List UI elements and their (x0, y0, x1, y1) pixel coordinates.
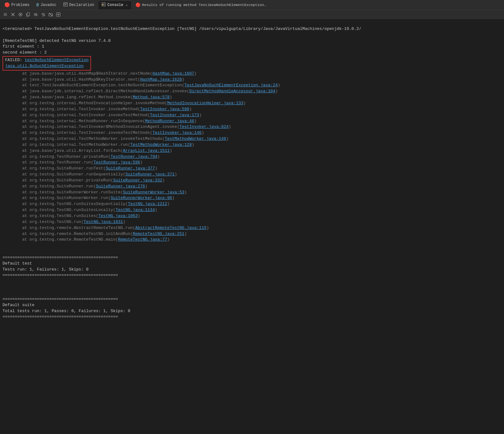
svg-point-10 (20, 14, 21, 15)
tab-results[interactable]: 🔴 Results of running method TestJavaNoSu… (132, 1, 271, 9)
srw-53-link[interactable]: SuiteRunnerWorker.java:53 (123, 190, 184, 195)
separator-1: ========================================… (3, 255, 118, 278)
tng-1031-link[interactable]: TestNG.java:1031 (83, 220, 123, 224)
at-line-14: at java.base/java.util.ArrayList.forEach… (3, 148, 172, 153)
tmw-146-link[interactable]: TestMethodWorker.java:146 (165, 136, 226, 141)
failed-method-link[interactable]: testNoSuchElementException (25, 58, 89, 62)
tab-javadoc[interactable]: @ Javadoc (33, 1, 60, 9)
console-output: <terminated> TestJavaNoSuchElementExcept… (0, 19, 504, 321)
console-header: <terminated> TestJavaNoSuchElementExcept… (3, 26, 361, 31)
failed-block-container: FAILED: testNoSuchElementException java.… (3, 56, 91, 71)
tab-console[interactable]: ▶ Console ✕ (98, 1, 132, 9)
at-line-15: at org.testng.TestRunner.privateRun(Test… (3, 154, 160, 159)
at-line-22: at org.testng.SuiteRunnerWorker.run(Suit… (3, 196, 175, 200)
clear-console-button[interactable] (47, 11, 54, 18)
at-line-6: at org.testng.internal.MethodInvocationH… (3, 101, 246, 106)
testclass-24-link[interactable]: TestJavaNoSuchElementException.java:24 (184, 83, 278, 88)
tab-javadoc-label: Javadoc (40, 3, 56, 7)
console-icon: ▶ (101, 2, 106, 8)
ti-146-link[interactable]: TestInvoker.java:146 (152, 130, 202, 135)
copy-output-button[interactable] (25, 11, 32, 18)
at-line-8: at org.testng.internal.TestInvoker.invok… (3, 113, 202, 117)
console-toolbar (0, 10, 504, 19)
failed-label: FAILED: (5, 58, 25, 62)
tab-problems-label: Problems (11, 3, 30, 7)
at-line-21: at org.testng.SuiteRunnerWorker.runSuite… (3, 190, 187, 195)
declaration-icon (63, 2, 68, 8)
at-line-25: at org.testng.TestNG.runSuites(TestNG.ja… (3, 214, 140, 218)
scroll-lock-button[interactable] (32, 11, 39, 18)
at-line-13: at org.testng.internal.TestMethodWorker.… (3, 142, 194, 147)
tng-1212-link[interactable]: TestNG.java:1212 (128, 202, 167, 206)
at-line-17: at org.testng.SuiteRunner.runTest(SuiteR… (3, 166, 158, 171)
tab-results-label: Results of running method TestJavaNoSuch… (142, 3, 268, 7)
at-line-9: at org.testng.internal.MethodRunner.runI… (3, 119, 197, 123)
tr-596-link[interactable]: TestRunner.java:596 (94, 160, 140, 165)
at-line-10: at org.testng.internal.TestInvoker$Metho… (3, 124, 231, 129)
svg-rect-12 (27, 13, 30, 15)
ti-173-link[interactable]: TestInvoker.java:173 (150, 113, 199, 117)
tng-1134-link[interactable]: TestNG.java:1134 (116, 208, 155, 212)
sr-276-link[interactable]: SuiteRunner.java:276 (96, 184, 145, 189)
at-line-12: at org.testng.internal.TestMethodWorker.… (3, 136, 229, 141)
tr-794-link[interactable]: TestRunner.java:794 (111, 154, 157, 159)
mih-link[interactable]: MethodInvocationHelper.java:133 (167, 101, 243, 106)
al-1511-link[interactable]: ArrayList.java:1511 (123, 148, 169, 153)
method-link[interactable]: Method.java:578 (133, 95, 169, 100)
hashmap-1607-link[interactable]: HashMap.java:1607 (152, 71, 194, 76)
testng-results-icon: 🔴 (135, 3, 140, 8)
pin-button[interactable] (17, 11, 24, 18)
sr-371-link[interactable]: SuiteRunner.java:371 (125, 172, 175, 177)
dmha-link[interactable]: DirectMethodHandleAccessor.java:104 (189, 89, 275, 94)
ti-598-link[interactable]: TestInvoker.java:598 (140, 107, 189, 111)
tab-problems[interactable]: 🔴 Problems (1, 1, 33, 9)
problems-icon: 🔴 (4, 2, 10, 8)
javadoc-icon: @ (37, 3, 39, 7)
at-line-26: at org.testng.TestNG.run(TestNG.java:103… (3, 220, 125, 224)
at-line-1: at java.base/java.util.HashMap$HashItera… (3, 71, 197, 76)
at-line-4: at java.base/jdk.internal.reflect.Direct… (3, 89, 278, 94)
at-line-5: at java.base/java.lang.reflect.Method.in… (3, 95, 172, 100)
tab-console-label: Console (107, 3, 123, 7)
hashmap-1628-link[interactable]: HashMap.java:1628 (140, 77, 182, 82)
at-line-23: at org.testng.TestNG.runSuitesSequential… (3, 202, 170, 206)
at-line-18: at org.testng.SuiteRunner.runSequentiall… (3, 172, 177, 177)
rtng-77-link[interactable]: RemoteTestNG.java:77 (118, 237, 167, 242)
stop-button[interactable] (2, 11, 9, 18)
svg-rect-6 (4, 13, 7, 16)
tab-bar: 🔴 Problems @ Javadoc Declaration ▶ Conso… (0, 0, 504, 10)
ti-824-link[interactable]: TestInvoker.java:824 (180, 124, 229, 129)
rtng-251-link[interactable]: RemoteTestNG.java:251 (133, 231, 184, 236)
mr-46-link[interactable]: MethodRunner.java:46 (145, 119, 194, 123)
word-wrap-button[interactable] (40, 11, 47, 18)
sr-332-link[interactable]: SuiteRunner.java:332 (113, 178, 162, 183)
remove-button[interactable] (9, 11, 16, 18)
sr-377-link[interactable]: SuiteRunner.java:377 (106, 166, 155, 171)
at-line-3: at test.TestJavaNoSuchElementException.t… (3, 83, 280, 88)
separator-2: ========================================… (3, 297, 130, 319)
remotetest-line: [RemoteTestNG] detected TestNG version 7… (3, 38, 111, 55)
at-line-19: at org.testng.SuiteRunner.privateRun(Sui… (3, 178, 165, 183)
tab-declaration[interactable]: Declaration (60, 1, 97, 9)
tng-1063-link[interactable]: TestNG.java:1063 (98, 214, 138, 218)
artng-115-link[interactable]: AbstractRemoteTestNG.java:115 (135, 226, 206, 230)
at-line-29: at org.testng.remote.RemoteTestNG.main(R… (3, 237, 170, 242)
at-line-2: at java.base/java.util.HashMap$KeyIterat… (3, 77, 184, 82)
at-line-24: at org.testng.TestNG.runSuitesLocally(Te… (3, 208, 158, 212)
at-line-20: at org.testng.SuiteRunner.run(SuiteRunne… (3, 184, 147, 189)
console-tab-close[interactable]: ✕ (125, 3, 128, 8)
at-line-16: at org.testng.TestRunner.run(TestRunner.… (3, 160, 143, 165)
at-line-28: at org.testng.remote.RemoteTestNG.initAn… (3, 231, 187, 236)
new-console-button[interactable] (55, 11, 62, 18)
tmw-128-link[interactable]: TestMethodWorker.java:128 (130, 142, 192, 147)
at-line-11: at org.testng.internal.TestInvoker.invok… (3, 130, 204, 135)
svg-text:▶: ▶ (102, 3, 104, 6)
tab-declaration-label: Declaration (69, 3, 94, 7)
exception-class-link[interactable]: java.util.NoSuchElementException (5, 64, 84, 68)
at-line-7: at org.testng.internal.TestInvoker.invok… (3, 107, 192, 111)
at-line-27: at org.testng.remote.AbstractRemoteTestN… (3, 226, 209, 230)
srw-96-link[interactable]: SuiteRunnerWorker.java:96 (111, 196, 172, 200)
